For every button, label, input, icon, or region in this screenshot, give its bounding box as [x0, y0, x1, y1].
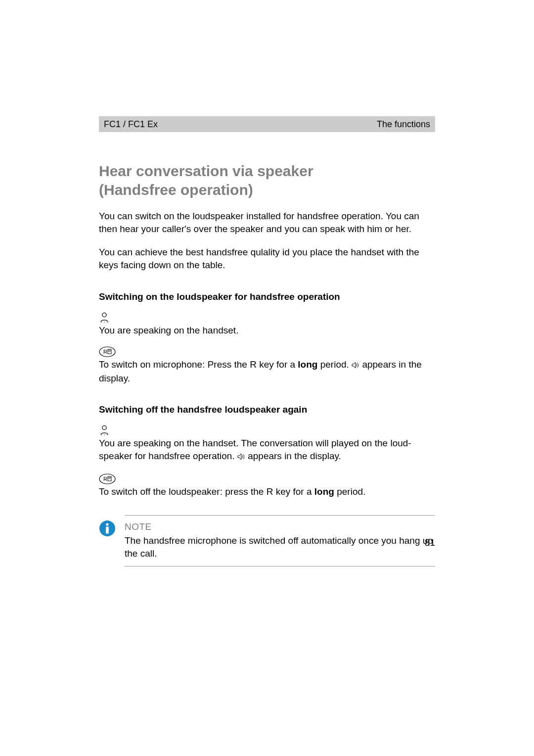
note-label: NOTE: [125, 521, 435, 532]
info-icon: [99, 515, 116, 539]
subheading-switch-off: Switching off the handsfree loudspeaker …: [99, 404, 435, 415]
switch-off-step2-post: period.: [334, 486, 365, 497]
page-header-bar: FC1 / FC1 Ex The functions: [99, 116, 435, 132]
switch-on-step2-bold: long: [298, 359, 317, 370]
svg-point-6: [102, 426, 106, 430]
note-body: NOTE The handsfree microphone is switche…: [125, 515, 435, 566]
switch-on-step2-text: To switch on microphone: Press the R key…: [99, 358, 435, 384]
svg-point-0: [102, 313, 106, 317]
r-key-icon: R: [99, 473, 435, 484]
intro-paragraph-1: You can switch on the loudspeaker instal…: [99, 210, 435, 235]
note-block: NOTE The handsfree microphone is switche…: [99, 515, 435, 566]
section-title-line1: Hear conversation via speaker: [99, 162, 435, 181]
svg-point-1: [99, 347, 115, 357]
intro-paragraph-2: You can achieve the best handsfree qulal…: [99, 246, 435, 271]
svg-text:R: R: [103, 349, 107, 355]
svg-point-7: [99, 474, 115, 484]
svg-text:R: R: [103, 476, 107, 482]
page-number: 81: [425, 537, 435, 548]
handset-icon: [99, 425, 435, 436]
handset-icon: [99, 312, 435, 323]
header-left: FC1 / FC1 Ex: [104, 119, 158, 130]
svg-rect-9: [108, 476, 111, 481]
switch-off-step2-pre: To switch off the loudspeaker: press the…: [99, 486, 314, 497]
switch-on-step2-mid: period.: [317, 359, 352, 370]
switch-off-step2-bold: long: [314, 486, 334, 497]
svg-point-13: [106, 523, 108, 526]
svg-rect-14: [106, 527, 109, 534]
subheading-switch-on: Switching on the loudspeaker for handsfr…: [99, 291, 435, 302]
switch-on-step1-text: You are speaking on the handset.: [99, 324, 435, 337]
document-page: FC1 / FC1 Ex The functions Hear conversa…: [0, 0, 534, 756]
switch-off-step1-text: You are speaking on the handset. The con…: [99, 437, 435, 463]
speaker-icon: [237, 451, 245, 464]
switch-off-step2-text: To switch off the loudspeaker: press the…: [99, 485, 435, 498]
svg-rect-3: [108, 349, 111, 354]
switch-off-step1-post: appears in the display.: [245, 451, 341, 461]
header-right: The functions: [377, 119, 430, 130]
speaker-icon: [352, 359, 359, 372]
note-text: The handsfree microphone is switched off…: [125, 534, 435, 560]
r-key-icon: R: [99, 346, 435, 357]
switch-on-step2-pre: To switch on microphone: Press the R key…: [99, 359, 298, 370]
section-title: Hear conversation via speaker (Handsfree…: [99, 162, 435, 199]
section-title-line2: (Handsfree operation): [99, 181, 435, 199]
